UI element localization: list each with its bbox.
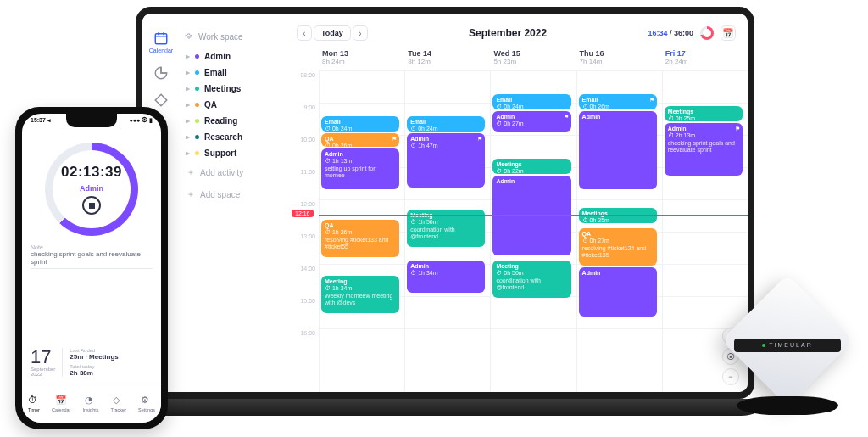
stop-button[interactable] bbox=[82, 196, 101, 215]
calendar-icon bbox=[153, 31, 169, 46]
activity-dot-icon bbox=[195, 103, 199, 107]
sidebar-item-meetings[interactable]: ▸Meetings bbox=[185, 81, 281, 97]
insights-icon: ◔ bbox=[85, 395, 97, 406]
calendar-event[interactable]: QA⏱ 0h 26m⚑ bbox=[321, 133, 399, 147]
calendar-grid: 08:009:0010:0011:0012:0013:0014:0015:001… bbox=[288, 70, 748, 392]
hour-label: 16:00 bbox=[288, 330, 319, 362]
rail-calendar[interactable]: Calendar bbox=[149, 31, 173, 53]
day-header: Fri 172h 24m bbox=[662, 44, 748, 70]
calendar-event[interactable]: QA⏱ 0h 27mresolving #ticket124 and #tick… bbox=[579, 228, 657, 266]
flag-icon: ⚑ bbox=[735, 126, 740, 132]
tab-tracker[interactable]: ◇Tracker bbox=[111, 395, 126, 412]
day-columns: Email⏱ 0h 24mQA⏱ 0h 26m⚑Admin⏱ 1h 13mset… bbox=[319, 70, 748, 392]
hour-label: 12:00 bbox=[288, 201, 319, 233]
tracker-device: TIMEULAR bbox=[715, 277, 860, 422]
hour-label: 14:00 bbox=[288, 266, 319, 298]
topbar: ‹ Today › September 2022 16:34 / 36:00 📅 bbox=[288, 14, 748, 44]
sidebar-item-label: Research bbox=[204, 132, 242, 142]
total-today-value: 2h 38m bbox=[70, 369, 118, 377]
chevron-right-icon: ▸ bbox=[186, 101, 190, 109]
sidebar-item-reading[interactable]: ▸Reading bbox=[185, 113, 281, 129]
diamond-icon bbox=[153, 92, 169, 108]
today-button[interactable]: Today bbox=[314, 25, 351, 41]
activity-dot-icon bbox=[195, 151, 199, 155]
calendar-event[interactable]: Admin⏱ 1h 34m bbox=[407, 261, 485, 293]
time-donut-icon bbox=[700, 26, 714, 40]
calendar-event[interactable]: Meeting⏱ 0h 56mcoordination with @fronte… bbox=[492, 261, 570, 298]
calendar-event[interactable]: Email⏱ 0h 24m bbox=[407, 116, 485, 132]
day-header: Thu 167h 14m bbox=[576, 44, 662, 70]
settings-icon: ⚙ bbox=[141, 395, 153, 406]
tab-insights[interactable]: ◔Insights bbox=[83, 395, 99, 412]
pie-icon bbox=[153, 65, 169, 81]
phone-screen: 15:37 ◂ ●●● ⦿ ▮ 02:13:39 Admin Note chec… bbox=[22, 114, 161, 423]
hour-label: 10:00 bbox=[288, 137, 319, 169]
today-day-number: 17 bbox=[31, 348, 55, 367]
sidebar-item-label: Admin bbox=[204, 52, 231, 61]
note-input[interactable]: checking sprint goals and reevaluate spr… bbox=[31, 250, 153, 269]
sidebar-item-label: QA bbox=[204, 100, 217, 109]
chevron-right-icon: ▸ bbox=[186, 53, 190, 60]
chevron-right-icon: ▸ bbox=[186, 117, 190, 125]
calendar-event[interactable]: Email⏱ 0h 24m bbox=[492, 94, 570, 109]
hour-label: 11:00 bbox=[288, 169, 319, 201]
prev-week-button[interactable]: ‹ bbox=[297, 25, 312, 41]
flag-icon: ⚑ bbox=[392, 136, 397, 143]
calendar-event[interactable]: Admin⏱ 2h 13mchecking sprint goals and r… bbox=[665, 123, 743, 176]
flag-icon: ⚑ bbox=[564, 114, 569, 120]
calendar-event[interactable]: Email⏱ 0h 24m bbox=[321, 116, 399, 132]
calendar-event[interactable]: Admin bbox=[579, 267, 657, 317]
calendar-event[interactable]: Meetings⏱ 0h 25m bbox=[665, 106, 743, 121]
sidebar-workspace-header[interactable]: Work space bbox=[185, 32, 281, 42]
hour-label: 9:00 bbox=[288, 104, 319, 137]
sidebar-item-email[interactable]: ▸Email bbox=[185, 64, 281, 81]
next-week-button[interactable]: › bbox=[353, 25, 368, 41]
laptop-screen: Calendar Work space ▸Admin▸Email▸Meeting… bbox=[136, 7, 754, 399]
sidebar-item-admin[interactable]: ▸Admin bbox=[185, 48, 281, 64]
day-header: Tue 148h 12m bbox=[404, 44, 490, 70]
sidebar-item-research[interactable]: ▸Research bbox=[185, 129, 281, 145]
sidebar-item-label: Meetings bbox=[204, 84, 241, 93]
day-column[interactable]: Email⏱ 0h 26m⚑AdminMeetings⏱ 0h 25mQA⏱ 0… bbox=[576, 70, 662, 392]
calendar-event[interactable]: Email⏱ 0h 26m⚑ bbox=[579, 94, 657, 109]
sidebar: Work space ▸Admin▸Email▸Meetings▸QA▸Read… bbox=[180, 14, 288, 392]
calendar-event[interactable]: Meetings⏱ 0h 25m bbox=[579, 208, 657, 223]
tab-timer[interactable]: ⏱Timer bbox=[28, 395, 40, 412]
tab-settings[interactable]: ⚙Settings bbox=[138, 395, 155, 412]
gear-icon bbox=[185, 33, 193, 42]
rail-tracker[interactable] bbox=[149, 92, 173, 108]
rail-reports[interactable] bbox=[149, 65, 173, 81]
add-activity-button[interactable]: ＋Add activity bbox=[185, 161, 281, 183]
calendar-event[interactable]: Admin bbox=[579, 111, 657, 189]
device-brand: TIMEULAR bbox=[769, 342, 812, 348]
activity-dot-icon bbox=[195, 87, 199, 91]
activity-dot-icon bbox=[195, 54, 199, 59]
last-added-value: 25m · Meetings bbox=[70, 353, 118, 361]
phone-status-icons: ●●● ⦿ ▮ bbox=[129, 117, 153, 124]
timer-ring: 02:13:39 Admin bbox=[45, 143, 138, 236]
calendar-event[interactable]: Admin⏱ 0h 27m⚑ bbox=[492, 111, 570, 132]
hour-label: 15:00 bbox=[288, 298, 319, 330]
day-column[interactable]: Email⏱ 0h 24mQA⏱ 0h 26m⚑Admin⏱ 1h 13mset… bbox=[319, 70, 404, 392]
timer-icon: ⏱ bbox=[28, 395, 40, 406]
sidebar-item-qa[interactable]: ▸QA bbox=[185, 97, 281, 113]
timer-value: 02:13:39 bbox=[61, 164, 122, 181]
date-picker-button[interactable]: 📅 bbox=[721, 25, 736, 41]
calendar-event[interactable]: Admin bbox=[492, 176, 570, 255]
calendar-event[interactable]: Admin⏱ 1h 13msetting up sprint for morne… bbox=[321, 148, 399, 189]
calendar-event[interactable]: Meeting⏱ 1h 34mWeekly morneew meeting wi… bbox=[321, 276, 399, 313]
calendar-event[interactable]: Meetings⏱ 0h 22m bbox=[492, 159, 570, 174]
sidebar-item-support[interactable]: ▸Support bbox=[185, 145, 281, 161]
timer-activity-label: Admin bbox=[80, 184, 103, 193]
sidebar-item-label: Support bbox=[204, 148, 236, 158]
activity-dot-icon bbox=[195, 135, 199, 139]
activity-dot-icon bbox=[195, 119, 199, 123]
calendar-event[interactable]: QA⏱ 1h 26mresolving #ticket133 and #tick… bbox=[321, 220, 399, 257]
svg-rect-0 bbox=[155, 34, 167, 44]
add-space-button[interactable]: ＋Add space bbox=[185, 183, 281, 205]
day-header: Wed 155h 23m bbox=[490, 44, 576, 70]
calendar-event[interactable]: Admin⏱ 1h 47m⚑ bbox=[407, 133, 485, 188]
tab-calendar[interactable]: 📅Calendar bbox=[52, 395, 70, 412]
day-column[interactable]: Email⏱ 0h 24mAdmin⏱ 1h 47m⚑Meeting⏱ 1h 5… bbox=[404, 70, 490, 392]
day-column[interactable]: Email⏱ 0h 24mAdmin⏱ 0h 27m⚑Meetings⏱ 0h … bbox=[490, 70, 576, 392]
